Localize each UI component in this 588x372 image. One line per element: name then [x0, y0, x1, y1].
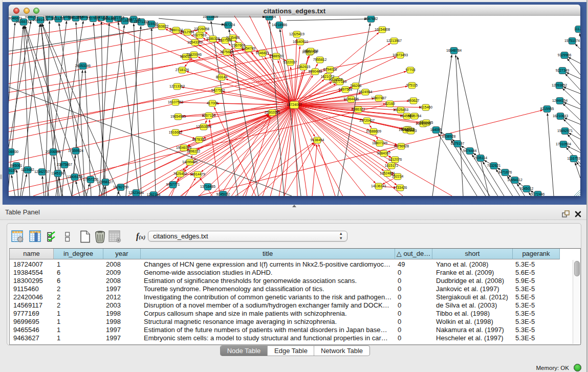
svg-text:15751074: 15751074: [564, 39, 580, 42]
svg-text:939159: 939159: [9, 169, 17, 172]
svg-text:21364436: 21364436: [343, 97, 359, 101]
svg-text:9327503: 9327503: [193, 33, 207, 37]
svg-text:97703: 97703: [406, 68, 416, 72]
svg-text:3186328: 3186328: [206, 37, 220, 40]
svg-text:8912954: 8912954: [181, 30, 194, 34]
svg-text:12342757: 12342757: [34, 170, 50, 173]
svg-text:8878332: 8878332: [192, 138, 206, 141]
svg-text:2135460: 2135460: [226, 36, 240, 39]
svg-text:9899695: 9899695: [420, 121, 433, 124]
svg-text:15720407: 15720407: [359, 119, 375, 122]
svg-text:944923: 944923: [405, 129, 417, 133]
svg-text:9245032: 9245032: [216, 192, 230, 196]
svg-text:21691406: 21691406: [33, 18, 48, 21]
svg-text:9329966: 9329966: [558, 53, 572, 57]
svg-text:15692971: 15692971: [557, 129, 573, 133]
svg-text:9575764: 9575764: [408, 114, 422, 118]
svg-text:5322037: 5322037: [284, 60, 297, 64]
svg-text:16210643: 16210643: [553, 114, 568, 118]
svg-text:9474444: 9474444: [463, 149, 477, 152]
svg-text:23420046: 23420046: [186, 53, 202, 56]
svg-text:7625402: 7625402: [173, 172, 187, 176]
svg-text:17957253: 17957253: [83, 178, 98, 181]
svg-text:9138454: 9138454: [311, 138, 324, 142]
svg-text:3498222: 3498222: [187, 149, 201, 153]
svg-text:16961758: 16961758: [303, 49, 318, 53]
svg-text:9172446: 9172446: [531, 192, 545, 196]
svg-text:164095: 164095: [430, 128, 442, 132]
svg-text:1145190: 1145190: [51, 171, 64, 175]
svg-text:1733426: 1733426: [394, 186, 407, 189]
svg-text:993627: 993627: [408, 99, 420, 102]
svg-text:12353594: 12353594: [196, 125, 211, 128]
svg-text:10958127: 10958127: [98, 180, 113, 184]
svg-text:23975867: 23975867: [57, 163, 72, 166]
svg-text:252214: 252214: [392, 174, 404, 178]
svg-text:1612076: 1612076: [388, 158, 402, 161]
svg-text:18807249: 18807249: [372, 141, 387, 145]
svg-text:23226058: 23226058: [194, 27, 209, 31]
svg-text:26106930: 26106930: [9, 150, 18, 154]
svg-text:14218986: 14218986: [272, 23, 287, 27]
svg-text:25302035: 25302035: [265, 111, 280, 114]
svg-text:16640910: 16640910: [293, 40, 308, 43]
svg-text:1588520: 1588520: [270, 54, 284, 58]
svg-text:803144: 803144: [216, 75, 228, 79]
svg-text:9115460: 9115460: [419, 105, 432, 109]
svg-text:2718126: 2718126: [176, 68, 189, 72]
svg-text:746266: 746266: [350, 84, 362, 87]
svg-text:10807487: 10807487: [371, 96, 386, 100]
svg-text:7986322: 7986322: [352, 107, 365, 111]
svg-text:1292344: 1292344: [147, 193, 161, 196]
svg-text:16914479: 16914479: [190, 172, 205, 176]
svg-text:9084067: 9084067: [377, 151, 391, 155]
svg-text:12213363: 12213363: [169, 84, 185, 88]
svg-text:9146821: 9146821: [256, 51, 270, 55]
svg-text:12923446: 12923446: [128, 191, 144, 194]
svg-text:14136141: 14136141: [371, 184, 386, 188]
svg-text:12325419: 12325419: [289, 32, 304, 36]
svg-text:8990448: 8990448: [309, 70, 322, 73]
svg-text:20206556: 20206556: [46, 150, 61, 154]
svg-text:3875685: 3875685: [220, 50, 234, 54]
svg-text:16033809: 16033809: [203, 16, 218, 18]
svg-text:9457771: 9457771: [166, 183, 180, 186]
svg-text:2687682: 2687682: [364, 17, 378, 20]
svg-text:17359924: 17359924: [68, 149, 83, 152]
svg-text:845061: 845061: [11, 164, 23, 167]
svg-text:8938928: 8938928: [442, 135, 456, 138]
svg-text:1116753: 1116753: [567, 157, 580, 160]
svg-text:13905135: 13905135: [67, 175, 82, 179]
svg-text:1362615: 1362615: [297, 65, 311, 69]
svg-text:16648784: 16648784: [446, 49, 462, 52]
svg-text:6497568: 6497568: [339, 87, 353, 91]
svg-text:8046821: 8046821: [9, 16, 22, 20]
svg-text:3624554: 3624554: [359, 90, 373, 94]
svg-text:417006: 417006: [207, 101, 219, 105]
svg-text:7663822: 7663822: [155, 25, 169, 28]
svg-text:7857224: 7857224: [222, 23, 235, 27]
svg-text:16543382: 16543382: [187, 40, 203, 44]
svg-text:8471676: 8471676: [498, 170, 512, 174]
svg-text:24055712: 24055712: [16, 20, 31, 24]
svg-text:10973493: 10973493: [393, 53, 408, 57]
svg-text:9227349: 9227349: [556, 69, 570, 72]
svg-text:11124: 11124: [574, 27, 580, 31]
svg-text:7632621: 7632621: [487, 164, 501, 167]
svg-text:10025453: 10025453: [393, 108, 408, 112]
svg-text:13716485: 13716485: [200, 185, 215, 188]
svg-text:16154808: 16154808: [375, 28, 390, 31]
svg-text:18724007: 18724007: [287, 103, 302, 106]
svg-text:9427552: 9427552: [211, 89, 225, 92]
svg-text:17010504: 17010504: [556, 142, 571, 146]
svg-text:12444154: 12444154: [552, 99, 568, 102]
svg-text:1115682: 1115682: [21, 168, 34, 171]
svg-text:12213967: 12213967: [386, 39, 402, 42]
svg-text:10756928: 10756928: [394, 144, 409, 148]
svg-text:19046785: 19046785: [176, 146, 191, 149]
svg-text:26053346: 26053346: [75, 64, 91, 68]
svg-text:8454749: 8454749: [242, 47, 256, 50]
svg-text:10688609: 10688609: [366, 129, 381, 133]
svg-text:1916682: 1916682: [169, 130, 183, 134]
svg-text:7955812: 7955812: [313, 58, 327, 61]
